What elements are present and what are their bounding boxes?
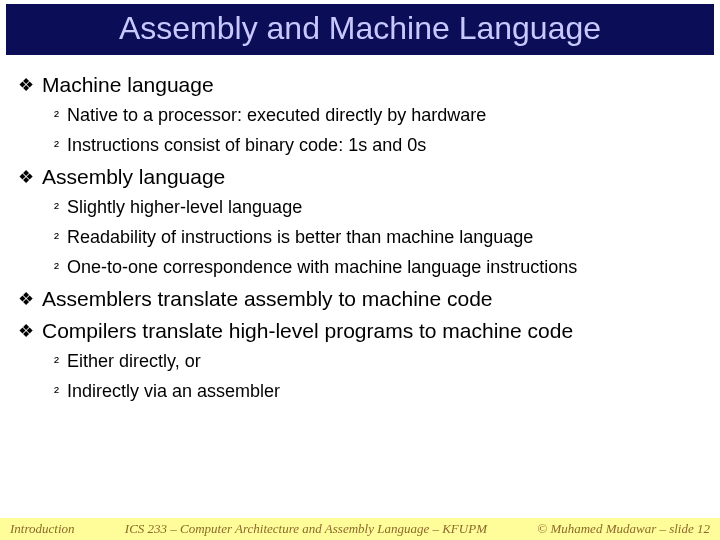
sub-icon: ² — [54, 227, 59, 249]
footer-center: ICS 233 – Computer Architecture and Asse… — [75, 521, 538, 537]
diamond-icon: ❖ — [18, 165, 34, 189]
bullet-l1: ❖Assembly language — [18, 165, 702, 189]
bullet-l1: ❖Assemblers translate assembly to machin… — [18, 287, 702, 311]
bullet-l2: ²Readability of instructions is better t… — [54, 227, 702, 249]
bullet-text: Assembly language — [42, 165, 225, 189]
bullet-text: Readability of instructions is better th… — [67, 227, 533, 248]
bullet-text: One-to-one correspondence with machine l… — [67, 257, 577, 278]
bullet-text: Assemblers translate assembly to machine… — [42, 287, 493, 311]
diamond-icon: ❖ — [18, 319, 34, 343]
slide-title: Assembly and Machine Language — [6, 8, 714, 49]
slide-content: ❖Machine language ²Native to a processor… — [0, 55, 720, 403]
sub-icon: ² — [54, 351, 59, 373]
bullet-l2: ²Instructions consist of binary code: 1s… — [54, 135, 702, 157]
bullet-text: Instructions consist of binary code: 1s … — [67, 135, 426, 156]
bullet-text: Either directly, or — [67, 351, 201, 372]
diamond-icon: ❖ — [18, 287, 34, 311]
bullet-text: Machine language — [42, 73, 214, 97]
bullet-l2: ²Indirectly via an assembler — [54, 381, 702, 403]
footer-left: Introduction — [10, 521, 75, 537]
bullet-l2: ²Slightly higher-level language — [54, 197, 702, 219]
sub-icon: ² — [54, 257, 59, 279]
footer-right: © Muhamed Mudawar – slide 12 — [537, 521, 710, 537]
sub-icon: ² — [54, 105, 59, 127]
bullet-l2: ²One-to-one correspondence with machine … — [54, 257, 702, 279]
bullet-text: Indirectly via an assembler — [67, 381, 280, 402]
sub-icon: ² — [54, 381, 59, 403]
bullet-l2: ²Native to a processor: executed directl… — [54, 105, 702, 127]
bullet-text: Compilers translate high-level programs … — [42, 319, 573, 343]
bullet-text: Slightly higher-level language — [67, 197, 302, 218]
bullet-l1: ❖Machine language — [18, 73, 702, 97]
slide-footer: Introduction ICS 233 – Computer Architec… — [0, 518, 720, 540]
diamond-icon: ❖ — [18, 73, 34, 97]
bullet-l2: ²Either directly, or — [54, 351, 702, 373]
bullet-text: Native to a processor: executed directly… — [67, 105, 486, 126]
sub-icon: ² — [54, 197, 59, 219]
sub-icon: ² — [54, 135, 59, 157]
title-bar: Assembly and Machine Language — [6, 4, 714, 55]
bullet-l1: ❖Compilers translate high-level programs… — [18, 319, 702, 343]
